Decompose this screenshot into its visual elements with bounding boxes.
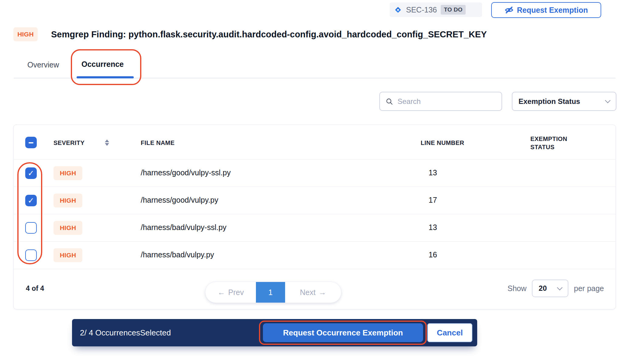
pagination: ← Prev 1 Next → xyxy=(205,282,341,303)
per-page-label: per page xyxy=(574,284,604,293)
line-number-cell: 16 xyxy=(429,250,437,259)
tab-occurrence[interactable]: Occurrence xyxy=(81,60,124,69)
search-input[interactable] xyxy=(398,97,496,106)
sort-severity-icon[interactable] xyxy=(105,139,109,146)
file-name-cell: /harness/good/vulpy.py xyxy=(141,196,218,204)
request-exemption-button[interactable]: Request Exemption xyxy=(491,2,601,18)
column-header-line-number: LINE NUMBER xyxy=(421,139,464,146)
row-count: 4 of 4 xyxy=(26,284,44,293)
table-row: ✓ HIGH /harness/good/vulpy.py 17 xyxy=(14,187,615,214)
file-name-cell: /harness/bad/vulpy-ssl.py xyxy=(141,223,226,232)
page-number-button[interactable]: 1 xyxy=(256,282,285,303)
prev-page-button[interactable]: ← Prev xyxy=(205,282,256,303)
arrow-left-icon: ← xyxy=(218,288,225,297)
request-occurrence-exemption-button[interactable]: Request Occurrence Exemption xyxy=(263,323,423,342)
jira-icon xyxy=(394,6,402,14)
line-number-cell: 13 xyxy=(429,223,437,232)
column-header-file-name: FILE NAME xyxy=(141,139,174,146)
jira-status-badge: TO DO xyxy=(441,5,465,15)
file-name-cell: /harness/bad/vulpy.py xyxy=(141,250,214,259)
next-page-button[interactable]: Next → xyxy=(285,282,341,303)
search-field[interactable] xyxy=(379,92,502,111)
cancel-button[interactable]: Cancel xyxy=(427,323,472,342)
jira-issue-key: SEC-136 xyxy=(406,5,437,14)
table-row: ✓ HIGH /harness/bad/vulpy-ssl.py 13 xyxy=(14,214,615,241)
chevron-down-icon xyxy=(557,285,563,290)
jira-ticket-chip[interactable]: SEC-136 TO DO xyxy=(390,2,482,17)
occurrences-table: SEVERITY FILE NAME LINE NUMBER EXEMPTION… xyxy=(13,125,616,309)
file-name-cell: /harness/good/vulpy-ssl.py xyxy=(141,168,231,177)
select-all-checkbox[interactable] xyxy=(25,137,37,148)
line-number-cell: 17 xyxy=(429,196,437,204)
request-exemption-label: Request Exemption xyxy=(517,6,588,15)
exemption-status-filter-label: Exemption Status xyxy=(519,97,580,106)
selection-action-bar: 2/ 4 OccurrencesSelected Request Occurre… xyxy=(72,319,477,346)
chevron-down-icon xyxy=(605,98,610,103)
row-checkbox[interactable]: ✓ xyxy=(25,195,37,206)
tab-overview[interactable]: Overview xyxy=(27,60,59,69)
column-header-exemption-status: EXEMPTION STATUS xyxy=(530,135,579,151)
arrow-right-icon: → xyxy=(319,288,326,297)
line-number-cell: 13 xyxy=(429,168,437,177)
table-footer: 4 of 4 ← Prev 1 Next → Show 20 per page xyxy=(14,269,615,309)
row-checkbox[interactable]: ✓ xyxy=(25,249,37,261)
severity-badge: HIGH xyxy=(53,166,82,180)
search-icon xyxy=(385,98,393,105)
selection-count-label: 2/ 4 OccurrencesSelected xyxy=(80,328,171,338)
severity-badge: HIGH xyxy=(53,194,82,208)
row-checkbox[interactable]: ✓ xyxy=(25,222,37,234)
eye-off-icon xyxy=(505,5,514,15)
page-title: Semgrep Finding: python.flask.security.a… xyxy=(51,29,487,39)
active-tab-underline xyxy=(77,76,134,78)
column-header-severity: SEVERITY xyxy=(53,139,84,146)
severity-badge: HIGH xyxy=(53,221,82,235)
table-row: ✓ HIGH /harness/good/vulpy-ssl.py 13 xyxy=(14,159,615,187)
page-size-value: 20 xyxy=(539,284,547,293)
severity-badge: HIGH xyxy=(53,248,82,262)
exemption-status-filter[interactable]: Exemption Status xyxy=(512,92,616,111)
page-size-select[interactable]: 20 xyxy=(532,280,568,297)
table-row: ✓ HIGH /harness/bad/vulpy.py 16 xyxy=(14,241,615,269)
row-checkbox[interactable]: ✓ xyxy=(25,167,37,179)
finding-severity-badge: HIGH xyxy=(13,27,38,41)
show-label: Show xyxy=(508,284,527,293)
